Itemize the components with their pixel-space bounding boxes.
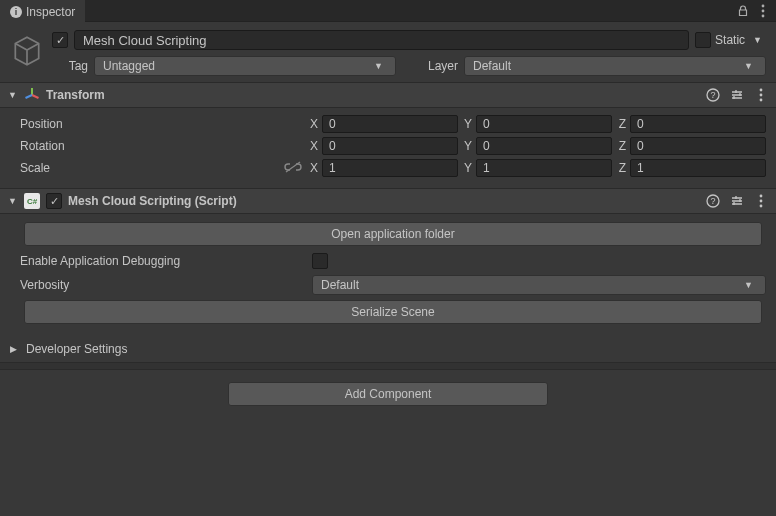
presets-icon[interactable] bbox=[730, 194, 744, 208]
tag-label: Tag bbox=[52, 59, 88, 73]
gameobject-enabled-checkbox[interactable] bbox=[52, 32, 68, 48]
transform-title: Transform bbox=[46, 88, 700, 102]
kebab-icon[interactable] bbox=[754, 194, 768, 208]
rotation-y-input[interactable]: 0 bbox=[476, 137, 612, 155]
developer-settings-row[interactable]: ▶ Developer Settings bbox=[0, 336, 776, 362]
scale-y-input[interactable]: 1 bbox=[476, 159, 612, 177]
developer-settings-label: Developer Settings bbox=[26, 342, 127, 356]
position-y-input[interactable]: 0 bbox=[476, 115, 612, 133]
enable-debugging-label: Enable Application Debugging bbox=[20, 254, 312, 268]
info-icon: i bbox=[10, 6, 22, 18]
svg-line-5 bbox=[26, 95, 33, 98]
rotation-x-input[interactable]: 0 bbox=[322, 137, 458, 155]
static-dropdown-caret[interactable]: ▼ bbox=[749, 35, 766, 45]
kebab-icon[interactable] bbox=[756, 4, 770, 18]
svg-point-8 bbox=[760, 89, 763, 92]
serialize-scene-button[interactable]: Serialize Scene bbox=[24, 300, 762, 324]
constrain-proportions-icon[interactable] bbox=[284, 161, 300, 176]
enable-debugging-checkbox[interactable] bbox=[312, 253, 328, 269]
svg-point-14 bbox=[760, 195, 763, 198]
svg-point-0 bbox=[762, 4, 765, 7]
script-foldout-icon[interactable]: ▼ bbox=[8, 196, 18, 206]
position-label: Position bbox=[20, 117, 284, 131]
transform-icon bbox=[24, 87, 40, 103]
layer-dropdown[interactable]: Default▼ bbox=[464, 56, 766, 76]
tag-dropdown[interactable]: Untagged▼ bbox=[94, 56, 396, 76]
developer-foldout-icon[interactable]: ▶ bbox=[10, 344, 20, 354]
svg-point-10 bbox=[760, 99, 763, 102]
verbosity-dropdown[interactable]: Default▼ bbox=[312, 275, 766, 295]
help-icon[interactable]: ? bbox=[706, 194, 720, 208]
gameobject-name-input[interactable]: Mesh Cloud Scripting bbox=[74, 30, 689, 50]
static-checkbox[interactable] bbox=[695, 32, 711, 48]
script-title: Mesh Cloud Scripting (Script) bbox=[68, 194, 700, 208]
tab-bar-spacer bbox=[85, 0, 776, 22]
position-z-input[interactable]: 0 bbox=[630, 115, 766, 133]
lock-icon[interactable] bbox=[736, 4, 750, 18]
presets-icon[interactable] bbox=[730, 88, 744, 102]
svg-text:?: ? bbox=[710, 196, 715, 206]
svg-line-4 bbox=[32, 95, 39, 98]
script-enabled-checkbox[interactable] bbox=[46, 193, 62, 209]
script-header[interactable]: ▼ C# Mesh Cloud Scripting (Script) ? bbox=[0, 188, 776, 214]
layer-label: Layer bbox=[412, 59, 458, 73]
rotation-z-input[interactable]: 0 bbox=[630, 137, 766, 155]
gameobject-icon bbox=[10, 34, 44, 76]
scale-label: Scale bbox=[20, 161, 284, 175]
position-x-input[interactable]: 0 bbox=[322, 115, 458, 133]
help-icon[interactable]: ? bbox=[706, 88, 720, 102]
inspector-tab[interactable]: i Inspector bbox=[0, 0, 85, 22]
scale-x-input[interactable]: 1 bbox=[322, 159, 458, 177]
section-divider bbox=[0, 362, 776, 370]
open-application-folder-button[interactable]: Open application folder bbox=[24, 222, 762, 246]
rotation-label: Rotation bbox=[20, 139, 284, 153]
svg-point-2 bbox=[762, 14, 765, 17]
csharp-script-icon: C# bbox=[24, 193, 40, 209]
svg-point-9 bbox=[760, 94, 763, 97]
tab-label: Inspector bbox=[26, 5, 75, 19]
svg-point-15 bbox=[760, 200, 763, 203]
add-component-button[interactable]: Add Component bbox=[228, 382, 548, 406]
svg-point-1 bbox=[762, 9, 765, 12]
scale-z-input[interactable]: 1 bbox=[630, 159, 766, 177]
svg-text:?: ? bbox=[710, 90, 715, 100]
kebab-icon[interactable] bbox=[754, 88, 768, 102]
svg-point-16 bbox=[760, 205, 763, 208]
static-label: Static bbox=[715, 33, 745, 47]
verbosity-label: Verbosity bbox=[20, 278, 312, 292]
transform-foldout-icon[interactable]: ▼ bbox=[8, 90, 18, 100]
transform-header[interactable]: ▼ Transform ? bbox=[0, 82, 776, 108]
